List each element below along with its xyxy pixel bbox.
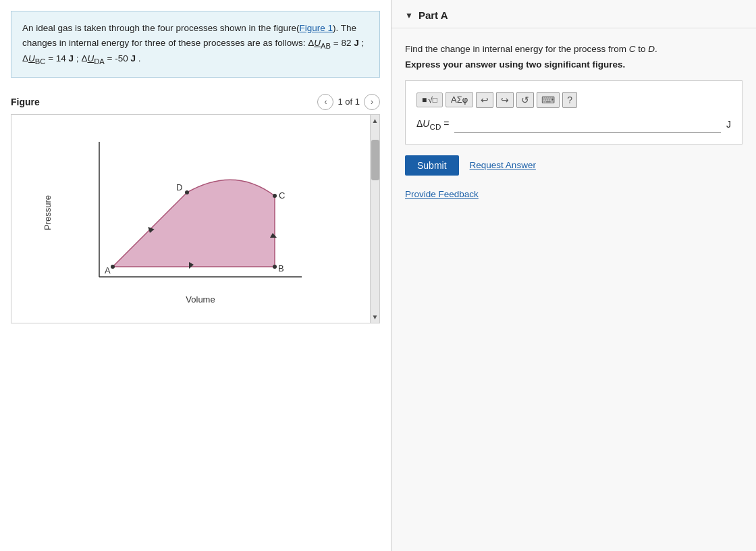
- chart-container: Pressure Volume A B C: [11, 115, 370, 323]
- part-collapse-arrow[interactable]: ▼: [405, 11, 413, 20]
- semicolon-1: ;: [361, 38, 364, 48]
- figure-title: Figure: [11, 97, 40, 107]
- figure-prev-button[interactable]: ‹: [317, 94, 333, 110]
- point-B: [273, 265, 277, 269]
- question-text: Find the change in internal energy for t…: [405, 42, 742, 57]
- math-icon: ■: [422, 95, 427, 105]
- part-header: ▼ Part A: [392, 0, 756, 28]
- undo-button[interactable]: ↩: [476, 92, 493, 108]
- answer-box: ■ √□ ΑΣφ ↩ ↪ ↺ ⌨ ?: [405, 80, 742, 145]
- keyboard-icon: ⌨: [541, 95, 555, 105]
- help-button[interactable]: ?: [562, 92, 577, 108]
- greek-symbols-button[interactable]: ΑΣφ: [446, 92, 473, 107]
- delta-cd-label: ΔUCD =: [416, 118, 449, 131]
- y-axis-label: Pressure: [43, 195, 53, 230]
- label-A: A: [105, 265, 111, 276]
- answer-toolbar: ■ √□ ΑΣφ ↩ ↪ ↺ ⌨ ?: [416, 92, 731, 108]
- redo-button[interactable]: ↪: [496, 92, 514, 108]
- submit-button[interactable]: Submit: [405, 155, 459, 176]
- keyboard-button[interactable]: ⌨: [537, 92, 560, 108]
- figure-link[interactable]: Figure 1: [300, 23, 333, 33]
- figure-nav: ‹ 1 of 1 ›: [317, 94, 380, 110]
- figure-header: Figure ‹ 1 of 1 ›: [11, 88, 380, 114]
- point-A: [111, 265, 115, 269]
- scroll-thumb[interactable]: [371, 140, 379, 180]
- point-C: [273, 194, 277, 198]
- answer-input[interactable]: [454, 116, 721, 133]
- problem-intro: An ideal gas is taken through the four p…: [22, 23, 300, 33]
- label-D: D: [176, 182, 182, 192]
- label-C: C: [279, 190, 285, 201]
- action-row: Submit Request Answer: [405, 155, 742, 176]
- figure-shape: [113, 180, 275, 267]
- part-content: Find the change in internal energy for t…: [392, 28, 756, 213]
- input-row: ΔUCD = J: [416, 116, 731, 133]
- part-title: Part A: [418, 9, 448, 21]
- delta-AB: ΔUAB = 82 J: [308, 38, 361, 48]
- left-panel: An ideal gas is taken through the four p…: [0, 0, 392, 551]
- delta-DA: ΔUDA = -50 J: [81, 53, 138, 63]
- period: .: [138, 53, 141, 63]
- figure-page-indicator: 1 of 1: [338, 97, 360, 107]
- figure-chart: Pressure Volume A B C: [25, 128, 315, 311]
- greek-label: ΑΣφ: [451, 95, 468, 105]
- point-D: [185, 190, 189, 194]
- redo-icon: ↪: [501, 95, 509, 105]
- figure-area: Figure ‹ 1 of 1 › ▲ ▼: [0, 88, 391, 551]
- math-sqrt-label: √□: [428, 95, 437, 105]
- label-B: B: [278, 263, 284, 273]
- figure-next-button[interactable]: ›: [364, 94, 380, 110]
- reset-icon: ↺: [521, 95, 529, 105]
- help-icon: ?: [567, 95, 572, 105]
- problem-text-box: An ideal gas is taken through the four p…: [11, 11, 380, 78]
- figure-scroll-container: ▲ ▼ Pressure Volume: [11, 114, 380, 323]
- reset-button[interactable]: ↺: [516, 92, 534, 108]
- undo-icon: ↩: [481, 95, 489, 105]
- request-answer-button[interactable]: Request Answer: [470, 160, 536, 170]
- provide-feedback-button[interactable]: Provide Feedback: [405, 189, 479, 199]
- math-template-button[interactable]: ■ √□: [416, 93, 443, 107]
- scroll-down-arrow[interactable]: ▼: [372, 311, 379, 323]
- scroll-up-arrow[interactable]: ▲: [372, 115, 379, 126]
- unit-label: J: [726, 119, 731, 130]
- x-axis-label: Volume: [186, 294, 215, 305]
- right-panel: ▼ Part A Find the change in internal ene…: [392, 0, 756, 551]
- delta-BC: ΔUBC = 14 J: [22, 53, 76, 63]
- question-instruction: Express your answer using two significan…: [405, 59, 742, 70]
- scroll-bar: ▲ ▼: [370, 115, 379, 323]
